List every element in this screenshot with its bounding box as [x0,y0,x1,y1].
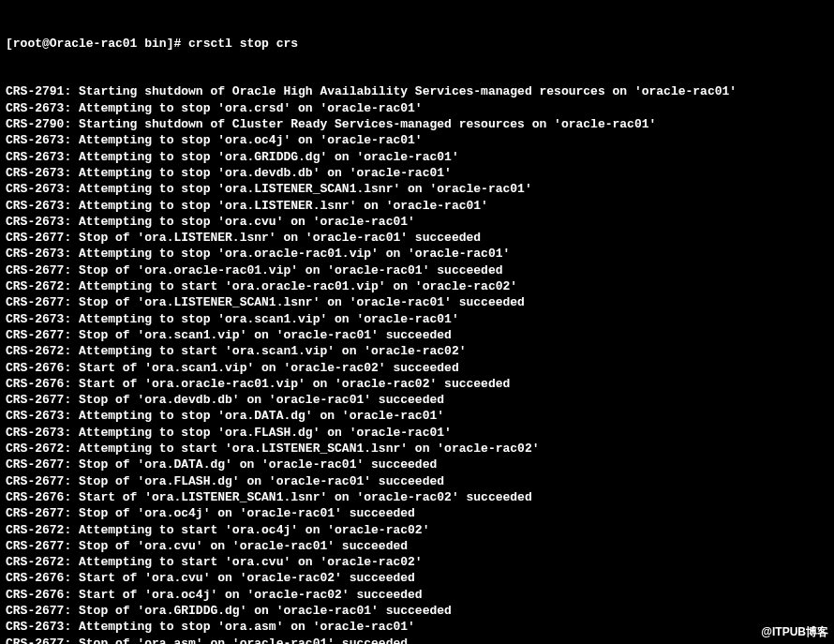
log-line: CRS-2672: Attempting to start 'ora.scan1… [6,343,828,359]
log-line: CRS-2677: Stop of 'ora.oracle-rac01.vip'… [6,262,828,278]
log-line: CRS-2677: Stop of 'ora.scan1.vip' on 'or… [6,327,828,343]
log-line: CRS-2677: Stop of 'ora.LISTENER.lsnr' on… [6,230,828,246]
log-line: CRS-2677: Stop of 'ora.DATA.dg' on 'orac… [6,457,828,472]
log-container: CRS-2791: Starting shutdown of Oracle Hi… [6,83,828,644]
log-line: CRS-2791: Starting shutdown of Oracle Hi… [6,83,828,99]
log-line: CRS-2673: Attempting to stop 'ora.scan1.… [6,311,828,327]
log-line: CRS-2672: Attempting to start 'ora.oc4j'… [6,522,828,538]
log-line: CRS-2672: Attempting to start 'ora.LISTE… [6,441,828,457]
log-line: CRS-2676: Start of 'ora.cvu' on 'oracle-… [6,570,828,586]
log-line: CRS-2676: Start of 'ora.LISTENER_SCAN1.l… [6,489,828,505]
log-line: CRS-2673: Attempting to stop 'ora.DATA.d… [6,408,828,424]
log-line: CRS-2673: Attempting to stop 'ora.cvu' o… [6,214,828,230]
log-line: CRS-2677: Stop of 'ora.asm' on 'oracle-r… [6,636,828,644]
watermark-label: @ITPUB博客 [761,624,828,640]
log-line: CRS-2676: Start of 'ora.oracle-rac01.vip… [6,376,828,392]
command-line: [root@Oracle-rac01 bin]# crsctl stop crs [6,36,828,52]
log-line: CRS-2673: Attempting to stop 'ora.oracle… [6,246,828,262]
log-line: CRS-2677: Stop of 'ora.FLASH.dg' on 'ora… [6,473,828,489]
log-line: CRS-2790: Starting shutdown of Cluster R… [6,116,828,132]
terminal-output: [root@Oracle-rac01 bin]# crsctl stop crs… [0,0,834,644]
log-line: CRS-2677: Stop of 'ora.GRIDDG.dg' on 'or… [6,603,828,619]
log-line: CRS-2676: Start of 'ora.scan1.vip' on 'o… [6,360,828,376]
log-line: CRS-2673: Attempting to stop 'ora.FLASH.… [6,425,828,441]
shell-prompt: [root@Oracle-rac01 bin]# [6,37,188,51]
log-line: CRS-2672: Attempting to start 'ora.cvu' … [6,554,828,570]
log-line: CRS-2672: Attempting to start 'ora.oracl… [6,278,828,294]
log-line: CRS-2676: Start of 'ora.oc4j' on 'oracle… [6,587,828,603]
log-line: CRS-2677: Stop of 'ora.cvu' on 'oracle-r… [6,538,828,554]
log-line: CRS-2673: Attempting to stop 'ora.devdb.… [6,165,828,181]
log-line: CRS-2677: Stop of 'ora.LISTENER_SCAN1.ls… [6,294,828,310]
log-line: CRS-2677: Stop of 'ora.oc4j' on 'oracle-… [6,505,828,521]
log-line: CRS-2673: Attempting to stop 'ora.LISTEN… [6,181,828,197]
log-line: CRS-2673: Attempting to stop 'ora.crsd' … [6,100,828,116]
log-line: CRS-2677: Stop of 'ora.devdb.db' on 'ora… [6,392,828,408]
log-line: CRS-2673: Attempting to stop 'ora.asm' o… [6,619,828,635]
entered-command: crsctl stop crs [188,37,298,51]
log-line: CRS-2673: Attempting to stop 'ora.GRIDDG… [6,149,828,165]
log-line: CRS-2673: Attempting to stop 'ora.LISTEN… [6,198,828,214]
log-line: CRS-2673: Attempting to stop 'ora.oc4j' … [6,132,828,148]
